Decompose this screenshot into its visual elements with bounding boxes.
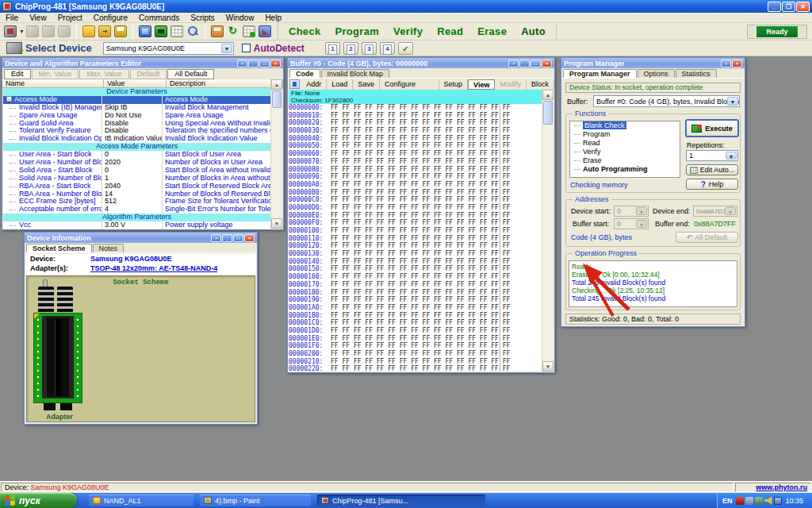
param-row[interactable]: Vcc3.00 VPower supply voltage xyxy=(3,221,270,229)
close-icon[interactable]: ✕ xyxy=(796,2,810,12)
scroll-down-icon[interactable]: ▼ xyxy=(542,361,553,371)
scroll-down-icon[interactable]: ▼ xyxy=(271,218,282,229)
minimize-icon[interactable]: _ xyxy=(768,2,781,12)
load-button[interactable]: Load xyxy=(327,79,353,90)
add-buffer-icon[interactable] xyxy=(243,25,255,37)
calculator-icon[interactable] xyxy=(211,25,224,37)
program-manager-title-bar[interactable]: Program Manager ▪ × xyxy=(561,58,745,68)
function-item[interactable]: Read xyxy=(570,139,680,148)
param-row[interactable]: Invalid Block (IB) ManagementSkip IBInva… xyxy=(3,104,270,112)
param-row[interactable]: Spare Area UsageDo Not UseSpare Area Usa… xyxy=(3,112,270,120)
params-scrollbar[interactable]: ▲ ▼ xyxy=(270,79,282,229)
buffer-view-mode-icon[interactable] xyxy=(289,79,300,89)
tree-collapse-icon[interactable]: - xyxy=(6,96,12,102)
param-row[interactable]: Guard Solid AreaDisableUsing Special Are… xyxy=(3,120,270,128)
minimize-icon[interactable]: _ xyxy=(519,60,530,67)
help-button[interactable]: ? Help xyxy=(686,179,738,190)
auto-button[interactable]: Auto xyxy=(514,25,553,37)
view-button[interactable]: View xyxy=(468,79,495,90)
tab-options[interactable]: Options xyxy=(638,69,675,78)
buffer-grid-icon[interactable] xyxy=(170,25,183,37)
menu-item-project[interactable]: Project xyxy=(52,13,88,22)
tab-statistics[interactable]: Statistics xyxy=(676,69,717,78)
menu-item-help[interactable]: Help xyxy=(259,13,287,22)
save-icon[interactable] xyxy=(114,25,127,37)
display-tray-icon[interactable] xyxy=(774,497,782,505)
menu-item-scripts[interactable]: Scripts xyxy=(185,13,220,22)
tab-socket-scheme[interactable]: Socket Scheme xyxy=(26,244,92,252)
function-item[interactable]: Verify xyxy=(570,148,680,156)
menu-item-configure[interactable]: Configure xyxy=(88,13,133,22)
connection-tray-icon[interactable] xyxy=(755,497,763,505)
pin-icon[interactable]: ▪ xyxy=(721,60,731,67)
param-row[interactable]: -Access ModeAccess Mode xyxy=(3,96,270,104)
volume-tray-icon[interactable] xyxy=(764,497,772,505)
autodetect-checkbox[interactable] xyxy=(242,44,251,52)
minimize-icon[interactable]: _ xyxy=(222,234,232,242)
close-icon[interactable]: × xyxy=(270,60,281,67)
tab-program-manager[interactable]: Program Manager xyxy=(563,69,637,78)
functions-list[interactable]: Blank CheckProgramReadVerifyEraseAuto Pr… xyxy=(569,121,680,178)
scroll-up-icon[interactable]: ▲ xyxy=(271,79,282,90)
param-row[interactable]: User Area - Start Block0Start Block of U… xyxy=(3,151,270,159)
pin-icon[interactable]: ▪ xyxy=(508,60,519,67)
preset-button-4[interactable]: 4 xyxy=(380,42,395,55)
maximize-icon[interactable]: □ xyxy=(259,60,270,67)
device-info-icon[interactable] xyxy=(155,25,167,37)
load-file-icon[interactable] xyxy=(98,25,111,37)
menu-item-file[interactable]: File xyxy=(0,13,24,22)
params-editor-title-bar[interactable]: Device and Algorithm Parameters Editor ▪… xyxy=(2,58,283,68)
chevron-down-icon[interactable]: ▼ xyxy=(19,29,25,34)
search-icon[interactable] xyxy=(186,25,199,37)
chevron-down-icon[interactable]: ▼ xyxy=(221,44,232,53)
buffer-scrollbar[interactable]: ▲ ▼ xyxy=(542,90,553,371)
param-row[interactable]: Solid Area - Number of Blocks1Number of … xyxy=(3,175,270,183)
preset-button-3[interactable]: 3 xyxy=(362,42,377,55)
preset-button-1[interactable]: 1 xyxy=(325,42,340,55)
all-default-button[interactable]: ↶ All Default xyxy=(676,232,738,243)
preset-apply-button[interactable]: ✓ xyxy=(398,42,413,55)
execute-button[interactable]: Execute xyxy=(685,119,739,137)
tab-code[interactable]: Code xyxy=(289,69,320,78)
function-item[interactable]: Auto Programming xyxy=(570,165,680,174)
param-row[interactable]: RBA Area - Start Block2040Start Block of… xyxy=(3,183,270,190)
maximize-icon[interactable]: □ xyxy=(233,234,243,242)
network-tray-icon[interactable] xyxy=(745,497,753,505)
program-manager-icon[interactable] xyxy=(259,25,271,37)
scroll-up-icon[interactable]: ▲ xyxy=(542,90,553,100)
function-item[interactable]: Erase xyxy=(570,156,680,165)
adapter-link[interactable]: TSOP-48 12x20mm: AE-TS48-NAND-4 xyxy=(90,264,217,273)
close-icon[interactable]: × xyxy=(542,60,552,67)
pin-icon[interactable]: ▪ xyxy=(211,234,221,242)
close-icon[interactable]: × xyxy=(244,234,255,242)
device-combo[interactable]: Samsung K9GAG08U0E ▼ xyxy=(103,42,234,55)
buffer-select-combo[interactable]: Buffer #0: Code (4 GB), bytes, Invalid B… xyxy=(593,95,740,107)
maximize-icon[interactable]: □ xyxy=(530,60,541,67)
column-header-description[interactable]: Description xyxy=(167,79,283,88)
restore-icon[interactable]: ❐ xyxy=(782,2,795,12)
configure-buffer-button[interactable]: Configure Buffer xyxy=(380,79,439,90)
column-header-name[interactable]: Name xyxy=(2,79,104,88)
chevron-down-icon[interactable]: ▼ xyxy=(727,97,738,106)
buffer-dialog-icon[interactable] xyxy=(139,25,151,37)
function-item[interactable]: Blank Check xyxy=(570,121,680,130)
phyton-link[interactable]: www.phyton.ru xyxy=(735,483,811,492)
save-button[interactable]: Save xyxy=(353,79,380,90)
param-row[interactable]: RBA Area - Number of Blocks14Number of B… xyxy=(3,190,270,198)
taskbar-task-2[interactable]: 4).bmp - Paint xyxy=(200,495,311,506)
taskbar-task-1[interactable]: NAND_AL1 xyxy=(89,495,193,506)
param-row[interactable]: Solid Area - Start Block0Start Block of … xyxy=(3,167,270,175)
antivirus-tray-icon[interactable] xyxy=(736,497,744,505)
refresh-icon[interactable] xyxy=(227,25,239,37)
open-project-icon[interactable] xyxy=(82,25,95,37)
param-row[interactable]: User Area - Number of Blocks2020Number o… xyxy=(3,159,270,167)
preset-button-2[interactable]: 2 xyxy=(343,42,358,55)
program-button[interactable]: Program xyxy=(327,25,386,37)
tab-invalid-block-map[interactable]: Invalid Block Map xyxy=(321,69,390,78)
menu-item-window[interactable]: Window xyxy=(220,13,260,22)
erase-button[interactable]: Erase xyxy=(470,25,514,37)
menu-item-commands[interactable]: Commands xyxy=(133,13,185,22)
hex-dump[interactable]: 00000000: FF FF FF FF FF FF FF FF FF FF … xyxy=(289,104,542,371)
column-header-value[interactable]: Value xyxy=(104,79,167,88)
function-item[interactable]: Program xyxy=(570,130,680,139)
